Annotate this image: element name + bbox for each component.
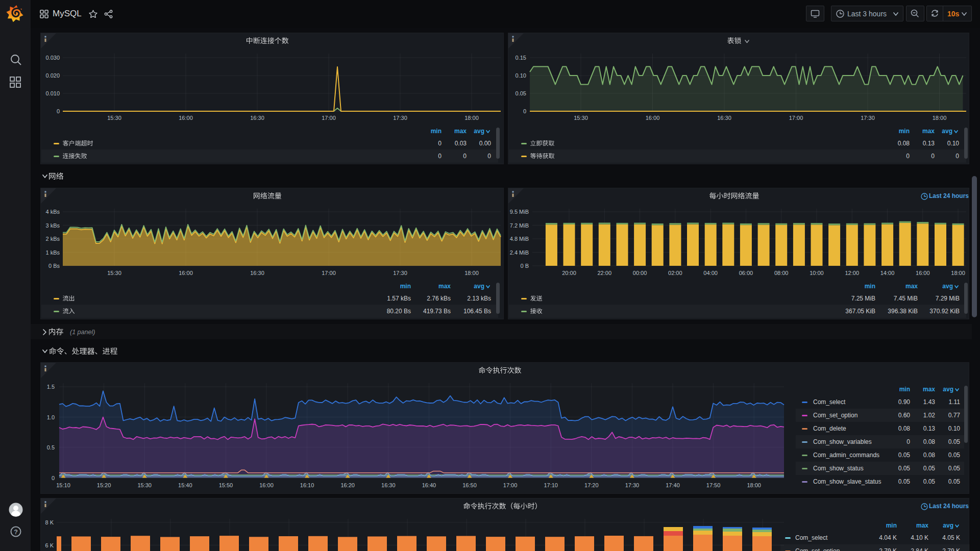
svg-text:?: ?: [14, 529, 18, 536]
